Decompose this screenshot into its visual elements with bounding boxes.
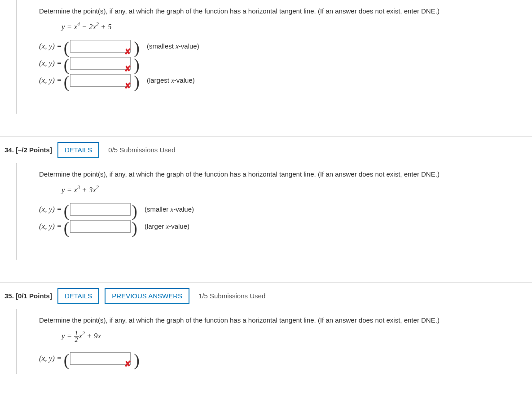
answer-row: (x, y) = ( ) (smaller x-value) (39, 203, 514, 216)
answer-hint: (largest x-value) (147, 76, 195, 84)
question-35-body: Determine the point(s), if any, at which… (16, 309, 532, 374)
question-33-body: Determine the point(s), if any, at which… (16, 0, 532, 114)
question-34-equation: y = x3 + 3x2 (62, 184, 514, 195)
answer-input[interactable] (70, 40, 131, 53)
answer-lhs: (x, y) = (39, 222, 62, 231)
answer-row: (x, y) = ( ✘ ) (smallest x-value) (39, 40, 514, 53)
answer-input[interactable] (70, 352, 131, 365)
answer-lhs: (x, y) = (39, 59, 62, 68)
wrong-icon: ✘ (124, 81, 131, 91)
answer-hint: (smallest x-value) (147, 42, 199, 50)
answer-input[interactable] (70, 57, 131, 70)
answer-row: (x, y) = ( ) (larger x-value) (39, 220, 514, 233)
question-33-prompt: Determine the point(s), if any, at which… (39, 6, 514, 17)
submissions-used: 1/5 Submissions Used (198, 292, 265, 300)
wrong-icon: ✘ (124, 359, 131, 369)
details-button[interactable]: DETAILS (57, 288, 99, 304)
previous-answers-button[interactable]: PREVIOUS ANSWERS (105, 288, 189, 304)
answer-lhs: (x, y) = (39, 42, 62, 51)
question-35: 35. [0/1 Points] DETAILS PREVIOUS ANSWER… (0, 282, 532, 374)
question-34: 34. [–/2 Points] DETAILS 0/5 Submissions… (0, 136, 532, 260)
answer-input[interactable] (70, 220, 131, 233)
question-34-prompt: Determine the point(s), if any, at which… (39, 169, 514, 180)
wrong-icon: ✘ (124, 64, 131, 74)
answer-input[interactable] (70, 203, 131, 216)
answer-hint: (smaller x-value) (145, 205, 194, 213)
answer-lhs: (x, y) = (39, 205, 62, 214)
wrong-icon: ✘ (124, 47, 131, 57)
details-button[interactable]: DETAILS (57, 142, 99, 158)
submissions-used: 0/5 Submissions Used (108, 146, 175, 154)
answer-hint: (larger x-value) (145, 222, 189, 230)
question-35-header: 35. [0/1 Points] DETAILS PREVIOUS ANSWER… (0, 283, 532, 309)
answer-row: (x, y) = ( ✘ ) (39, 352, 514, 365)
question-number: 34. [–/2 Points] (4, 146, 52, 154)
question-35-equation: y = 12x2 + 9x (62, 330, 514, 343)
answer-row: (x, y) = ( ✘ ) (largest x-value) (39, 74, 514, 87)
question-33-equation: y = x4 − 2x2 + 5 (62, 21, 514, 31)
answer-input[interactable] (70, 74, 131, 87)
answer-row: (x, y) = ( ✘ ) (39, 57, 514, 70)
question-35-prompt: Determine the point(s), if any, at which… (39, 315, 514, 326)
question-34-body: Determine the point(s), if any, at which… (16, 163, 532, 260)
answer-lhs: (x, y) = (39, 354, 62, 363)
question-34-header: 34. [–/2 Points] DETAILS 0/5 Submissions… (0, 137, 532, 163)
answer-lhs: (x, y) = (39, 76, 62, 85)
question-number: 35. [0/1 Points] (4, 292, 52, 300)
